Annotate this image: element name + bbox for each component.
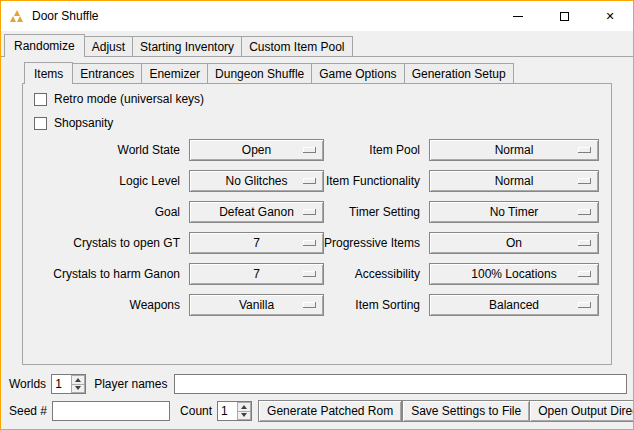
goal-label: Goal: [31, 205, 189, 219]
menu-indicator-icon: [578, 147, 591, 153]
arrow-up-icon: [241, 405, 247, 409]
tab-custom-item-pool[interactable]: Custom Item Pool: [241, 36, 352, 56]
crystals-open-gt-dropdown[interactable]: 7: [189, 232, 324, 254]
world-state-value: Open: [242, 143, 271, 157]
crystals-harm-ganon-dropdown[interactable]: 7: [189, 263, 324, 285]
menu-indicator-icon: [578, 209, 591, 215]
item-functionality-dropdown[interactable]: Normal: [429, 170, 599, 192]
progressive-items-value: On: [506, 236, 522, 250]
arrow-up-icon: [75, 378, 81, 382]
item-pool-label: Item Pool: [324, 143, 429, 157]
tab-starting-inventory[interactable]: Starting Inventory: [132, 36, 242, 56]
shopsanity-row: Shopsanity: [23, 111, 611, 135]
player-names-label: Player names: [94, 377, 167, 391]
worlds-row: Worlds Player names: [1, 373, 633, 395]
window-controls: [495, 1, 633, 31]
progressive-items-dropdown[interactable]: On: [429, 232, 599, 254]
worlds-spin-down-button[interactable]: [71, 384, 85, 394]
menu-indicator-icon: [303, 178, 316, 184]
menu-indicator-icon: [578, 178, 591, 184]
window-title: Door Shuffle: [32, 9, 99, 23]
count-spinner[interactable]: [217, 401, 252, 421]
seed-row: Seed # Count Generate Patched Rom Save S…: [1, 400, 633, 422]
world-state-label: World State: [31, 143, 189, 157]
menu-indicator-icon: [578, 240, 591, 246]
tab-dungeon-shuffle[interactable]: Dungeon Shuffle: [207, 63, 312, 83]
titlebar[interactable]: Door Shuffle: [1, 1, 633, 31]
weapons-dropdown[interactable]: Vanilla: [189, 294, 324, 316]
menu-indicator-icon: [303, 240, 316, 246]
item-sorting-dropdown[interactable]: Balanced: [429, 294, 599, 316]
retro-mode-row: Retro mode (universal keys): [23, 87, 611, 111]
item-pool-value: Normal: [495, 143, 534, 157]
minimize-icon: [513, 16, 523, 17]
weapons-label: Weapons: [31, 298, 189, 312]
settings-grid: World State Open Item Pool Normal Logic …: [23, 135, 611, 316]
item-pool-dropdown[interactable]: Normal: [429, 139, 599, 161]
world-state-dropdown[interactable]: Open: [189, 139, 324, 161]
menu-indicator-icon: [303, 147, 316, 153]
items-pane: Retro mode (universal keys) Shopsanity W…: [22, 83, 612, 365]
shopsanity-checkbox[interactable]: [34, 117, 47, 130]
app-window: Door Shuffle Randomize Adjust Starting I…: [0, 0, 634, 430]
menu-indicator-icon: [303, 209, 316, 215]
open-output-directory-button[interactable]: Open Output Directory: [529, 400, 634, 422]
count-label: Count: [180, 404, 212, 418]
menu-indicator-icon: [303, 302, 316, 308]
maximize-button[interactable]: [541, 1, 587, 31]
logic-level-label: Logic Level: [31, 174, 189, 188]
player-names-input[interactable]: [174, 374, 628, 394]
seed-label: Seed #: [9, 404, 47, 418]
minimize-button[interactable]: [495, 1, 541, 31]
close-button[interactable]: [587, 1, 633, 31]
timer-setting-value: No Timer: [490, 205, 539, 219]
accessibility-dropdown[interactable]: 100% Locations: [429, 263, 599, 285]
tab-items[interactable]: Items: [24, 62, 73, 84]
tab-randomize[interactable]: Randomize: [4, 34, 85, 57]
item-functionality-value: Normal: [495, 174, 534, 188]
retro-mode-checkbox[interactable]: [34, 93, 47, 106]
seed-input[interactable]: [52, 401, 170, 421]
goal-value: Defeat Ganon: [219, 205, 294, 219]
logic-level-dropdown[interactable]: No Glitches: [189, 170, 324, 192]
tab-generation-setup[interactable]: Generation Setup: [404, 63, 514, 83]
goal-dropdown[interactable]: Defeat Ganon: [189, 201, 324, 223]
close-icon: [605, 9, 614, 23]
timer-setting-label: Timer Setting: [324, 205, 429, 219]
weapons-value: Vanilla: [239, 298, 274, 312]
crystals-open-gt-label: Crystals to open GT: [31, 236, 189, 250]
progressive-items-label: Progressive Items: [324, 236, 429, 250]
item-sorting-value: Balanced: [489, 298, 539, 312]
count-spin-down-button[interactable]: [237, 411, 251, 421]
logic-level-value: No Glitches: [225, 174, 287, 188]
generate-patched-rom-button[interactable]: Generate Patched Rom: [258, 400, 402, 422]
tab-game-options[interactable]: Game Options: [311, 63, 404, 83]
item-functionality-label: Item Functionality: [324, 174, 429, 188]
worlds-input[interactable]: [52, 375, 71, 393]
menu-indicator-icon: [578, 271, 591, 277]
item-sorting-label: Item Sorting: [324, 298, 429, 312]
menu-indicator-icon: [303, 271, 316, 277]
app-icon: [10, 10, 24, 22]
maximize-icon: [560, 12, 569, 21]
tab-enemizer[interactable]: Enemizer: [141, 63, 208, 83]
tab-adjust[interactable]: Adjust: [84, 36, 133, 56]
accessibility-label: Accessibility: [324, 267, 429, 281]
shopsanity-label: Shopsanity: [54, 116, 113, 130]
crystals-harm-ganon-label: Crystals to harm Ganon: [31, 267, 189, 281]
outer-tabbar: Randomize Adjust Starting Inventory Cust…: [1, 31, 633, 56]
count-input[interactable]: [218, 402, 237, 420]
crystals-harm-ganon-value: 7: [253, 267, 260, 281]
worlds-label: Worlds: [9, 377, 46, 391]
outer-pane-border: [1, 56, 633, 57]
arrow-down-icon: [241, 413, 247, 417]
timer-setting-dropdown[interactable]: No Timer: [429, 201, 599, 223]
menu-indicator-icon: [578, 302, 591, 308]
save-settings-button[interactable]: Save Settings to File: [402, 400, 530, 422]
tab-entrances[interactable]: Entrances: [72, 63, 142, 83]
retro-mode-label: Retro mode (universal keys): [54, 92, 204, 106]
count-spinner-buttons: [237, 402, 251, 420]
accessibility-value: 100% Locations: [471, 267, 556, 281]
worlds-spinner[interactable]: [51, 374, 86, 394]
crystals-open-gt-value: 7: [253, 236, 260, 250]
